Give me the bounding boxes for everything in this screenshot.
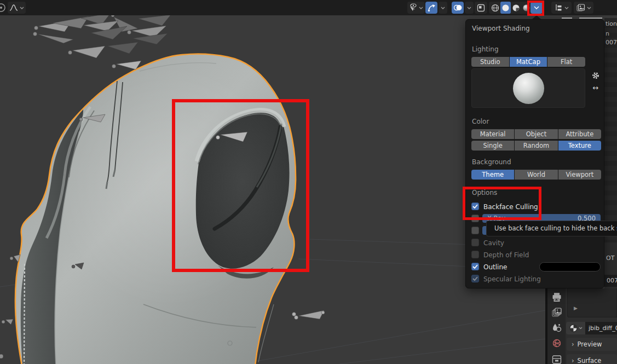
outliner-editor-icon	[555, 4, 563, 12]
expand-arrow-icon[interactable]: ▶	[574, 305, 578, 311]
show-overlays-toggle[interactable]	[452, 2, 464, 14]
backface-culling-checkbox[interactable]	[471, 203, 479, 210]
studiolight-settings-button[interactable]	[591, 71, 601, 80]
xray-icon	[477, 4, 485, 12]
background-world-button[interactable]: World	[515, 170, 557, 180]
shading-popover-button[interactable]	[530, 2, 543, 14]
shading-solid-button[interactable]	[500, 2, 511, 14]
color-attribute-button[interactable]: Attribute	[558, 129, 601, 139]
properties-editor: ▶ jbib_diff_0 ›Preview ›Surface	[545, 288, 617, 364]
scene-icon	[552, 323, 562, 333]
xray-toggle[interactable]	[475, 2, 487, 14]
popover-arrow	[532, 15, 541, 19]
viewport-header	[0, 0, 617, 15]
outliner-row[interactable]: tion	[606, 20, 617, 27]
shading-material-button[interactable]	[511, 4, 521, 12]
depth-of-field-option[interactable]: Depth of Field	[483, 251, 529, 259]
editor-type-image-button[interactable]	[574, 2, 593, 14]
color-single-button[interactable]: Single	[471, 141, 514, 151]
tab-world-properties[interactable]	[551, 337, 563, 349]
tab-output-properties[interactable]	[551, 291, 563, 303]
material-sphere-icon	[512, 4, 520, 12]
image-stack-icon	[552, 308, 562, 317]
falloff-curve-icon	[9, 4, 18, 11]
gear-icon	[592, 72, 599, 79]
specular-lighting-checkbox[interactable]	[471, 275, 479, 282]
rendered-sphere-icon	[522, 4, 530, 12]
outliner-row[interactable]: n	[606, 30, 609, 37]
matcap-preview[interactable]	[471, 68, 585, 108]
chevron-down-icon	[20, 7, 24, 9]
chevron-down-icon	[419, 7, 423, 9]
section-label: Surface	[578, 357, 602, 364]
popover-title: Viewport Shading	[472, 25, 530, 32]
panel-edge-highlight	[579, 18, 602, 19]
color-object-button[interactable]: Object	[515, 129, 557, 139]
check-icon	[472, 204, 478, 209]
tab-object-properties[interactable]	[551, 354, 563, 364]
background-label: Background	[472, 158, 511, 166]
material-checker-icon	[569, 324, 578, 332]
world-globe-icon	[552, 338, 562, 348]
tab-scene-properties[interactable]	[551, 322, 563, 334]
color-segmented-row1: Material Object Attribute	[471, 129, 601, 139]
chevron-down-icon	[467, 7, 471, 9]
wireframe-sphere-icon	[491, 4, 499, 12]
section-label: Preview	[578, 340, 602, 348]
cavity-option[interactable]: Cavity	[483, 239, 504, 247]
background-theme-button[interactable]: Theme	[471, 170, 514, 180]
properties-panel-sliver: OT 007	[604, 242, 617, 288]
lighting-segmented: Studio MatCap Flat	[471, 57, 585, 67]
color-segmented-row2: Single Random Texture	[471, 141, 601, 151]
section-preview[interactable]: ›Preview	[567, 338, 617, 351]
show-gizmo-toggle[interactable]	[425, 2, 437, 14]
printer-icon	[552, 292, 562, 302]
flip-matcap-button[interactable]: ↔	[591, 83, 601, 93]
backface-culling-option[interactable]: Backface Culling	[483, 203, 538, 211]
chevron-down-icon	[564, 7, 569, 9]
object-visibility-button[interactable]	[407, 2, 425, 14]
image-editor-icon	[576, 3, 585, 12]
outline-color-swatch[interactable]	[539, 262, 601, 271]
outline-option[interactable]: Outline	[483, 263, 507, 271]
properties-label-fragment: OT	[606, 255, 614, 262]
specular-lighting-option[interactable]: Specular Lighting	[483, 275, 541, 284]
hoodie-mesh	[15, 54, 296, 364]
color-label: Color	[472, 118, 489, 125]
outline-checkbox[interactable]	[471, 263, 479, 270]
outliner-row[interactable]: 007	[606, 39, 617, 46]
color-random-button[interactable]: Random	[515, 141, 557, 151]
color-texture-button[interactable]: Texture	[558, 141, 601, 151]
tab-view-layer-properties[interactable]	[551, 307, 563, 319]
check-icon	[472, 264, 478, 269]
xray-checkbox[interactable]	[471, 215, 479, 222]
shadow-checkbox[interactable]	[471, 227, 479, 234]
panel-edge-highlight	[562, 18, 572, 19]
editor-type-outliner-button[interactable]	[551, 2, 572, 14]
section-surface[interactable]: ›Surface	[567, 354, 617, 364]
gizmo-icon	[428, 4, 436, 12]
color-material-button[interactable]: Material	[471, 129, 514, 139]
shading-wireframe-button[interactable]	[490, 4, 500, 12]
material-name-field[interactable]: jbib_diff_0	[585, 322, 617, 334]
matcap-sphere	[513, 73, 544, 104]
falloff-dropdown-button[interactable]	[8, 2, 26, 14]
lighting-label: Lighting	[472, 45, 499, 53]
material-datablock-row: jbib_diff_0	[566, 322, 617, 334]
options-label: Options	[472, 189, 497, 197]
background-viewport-button[interactable]: Viewport	[558, 170, 601, 180]
collapsed-content-box: ▶	[567, 288, 617, 317]
lighting-matcap-button[interactable]: MatCap	[510, 57, 547, 67]
lighting-flat-button[interactable]: Flat	[547, 57, 585, 67]
depth-of-field-checkbox[interactable]	[471, 251, 479, 258]
lighting-studio-button[interactable]: Studio	[471, 57, 509, 67]
background-segmented: Theme World Viewport	[471, 170, 601, 180]
cavity-checkbox[interactable]	[471, 239, 479, 246]
proportional-editing-icon[interactable]	[0, 2, 8, 14]
browse-material-button[interactable]	[566, 322, 585, 334]
name-field-fragment[interactable]: 007	[603, 275, 617, 287]
overlays-dropdown[interactable]	[465, 2, 474, 14]
gizmo-dropdown[interactable]	[439, 2, 447, 14]
collapsed-chevron-icon: ›	[572, 338, 574, 351]
check-icon	[472, 276, 478, 281]
